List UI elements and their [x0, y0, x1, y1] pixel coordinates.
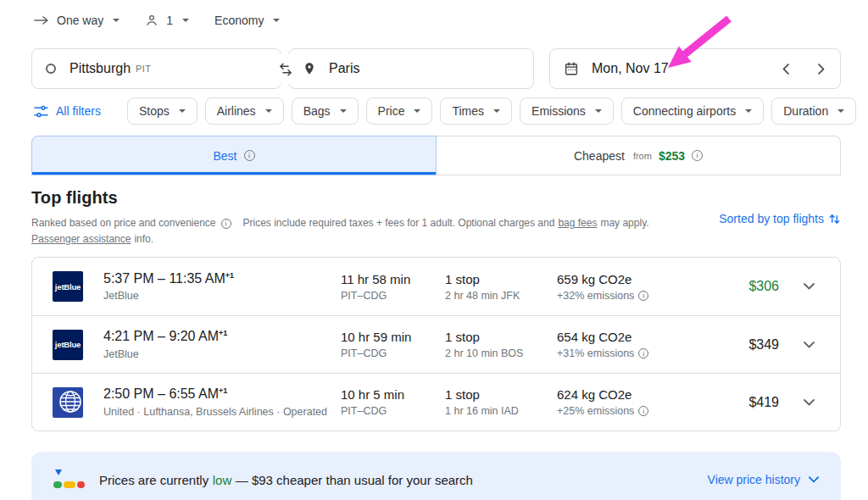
swap-button[interactable] — [270, 53, 301, 85]
flight-times: 4:21 PM – 9:20 AM+1 — [103, 329, 341, 344]
date-field[interactable]: Mon, Nov 17 — [549, 48, 841, 89]
tab-cheapest[interactable]: Cheapest from $253 — [437, 136, 841, 175]
info-icon[interactable] — [692, 150, 703, 161]
page-title: Top flights — [31, 188, 841, 208]
price-insights-banner: Prices are currently low — $93 cheaper t… — [31, 452, 841, 500]
trip-options-bar: One way 1 Economy — [34, 14, 280, 27]
origin-value: Pittsburgh — [70, 61, 131, 76]
bag-fees-link[interactable]: bag fees — [558, 215, 597, 231]
flight-emissions-change: +25% emissions — [557, 405, 735, 417]
info-icon[interactable] — [221, 219, 231, 229]
chevron-down-icon — [179, 109, 186, 113]
flight-times: 5:37 PM – 11:35 AM+1 — [103, 271, 341, 286]
filter-chip-price[interactable]: Price — [366, 97, 433, 125]
chevron-down-icon — [273, 19, 280, 22]
fees-note-end: may apply. — [600, 215, 648, 231]
jetblue-logo: jetBlue — [53, 330, 83, 360]
chip-label: Stops — [139, 104, 170, 118]
tune-icon — [34, 105, 48, 118]
sort-arrows-icon — [828, 213, 841, 225]
chevron-down-icon — [804, 399, 815, 406]
flight-price: $419 — [735, 395, 798, 410]
chip-label: Duration — [783, 104, 828, 118]
filter-chip-emissions[interactable]: Emissions — [520, 97, 614, 125]
info-icon[interactable] — [244, 150, 255, 161]
flight-price: $349 — [735, 337, 798, 353]
chevron-down-icon — [595, 109, 602, 113]
filter-chip-bags[interactable]: Bags — [292, 97, 359, 125]
origin-airport-code: PIT — [136, 64, 151, 74]
chevron-down-icon — [809, 476, 819, 483]
cheapest-from-label: from — [633, 151, 652, 161]
chevron-down-icon — [837, 109, 844, 113]
flight-row-2[interactable]: jetBlue 4:21 PM – 9:20 AM+1 JetBlue 10 h… — [32, 315, 840, 373]
chip-label: Times — [452, 104, 484, 118]
flight-price: $306 — [735, 279, 798, 294]
price-marker-icon — [55, 469, 62, 475]
chevron-down-icon — [340, 109, 347, 113]
passenger-assistance-link[interactable]: Passenger assistance — [31, 231, 131, 247]
filters-bar: All filters Stops Airlines Bags Price Ti… — [34, 97, 856, 125]
info-icon[interactable] — [638, 406, 648, 416]
info-icon[interactable] — [638, 291, 648, 301]
best-tab-label: Best — [213, 149, 236, 163]
flight-layover: 2 hr 10 min BOS — [445, 347, 557, 359]
expand-flight-button[interactable] — [798, 342, 820, 348]
flight-route: PIT–CDG — [341, 347, 445, 359]
origin-circle-icon — [46, 64, 56, 74]
passenger-count-label: 1 — [166, 14, 173, 27]
flight-duration: 10 hr 59 min — [341, 330, 445, 344]
destination-field[interactable]: Paris — [288, 48, 534, 89]
date-navigation — [781, 62, 826, 76]
chip-label: Price — [378, 104, 405, 118]
flight-times: 2:50 PM – 6:55 AM+1 — [103, 386, 341, 402]
flight-row-3[interactable]: 2:50 PM – 6:55 AM+1 United · Lufthansa, … — [32, 373, 840, 431]
all-filters-button[interactable]: All filters — [34, 104, 101, 118]
flight-route: PIT–CDG — [341, 405, 445, 417]
info-icon[interactable] — [638, 348, 648, 358]
flight-airlines: JetBlue — [103, 290, 328, 302]
chevron-down-icon — [493, 109, 500, 113]
flight-duration: 10 hr 5 min — [341, 387, 445, 402]
previous-date-button[interactable] — [781, 62, 791, 76]
trip-type-select[interactable]: One way — [34, 14, 120, 27]
cabin-class-label: Economy — [214, 14, 264, 27]
trip-type-label: One way — [57, 14, 103, 27]
flight-list: jetBlue 5:37 PM – 11:35 AM+1 JetBlue 11 … — [31, 257, 841, 431]
ranked-note: Ranked based on price and convenience — [31, 215, 216, 231]
filter-chip-airlines[interactable]: Airlines — [205, 97, 284, 125]
passengers-select[interactable]: 1 — [145, 14, 189, 27]
sort-control[interactable]: Sorted by top flights — [719, 212, 841, 225]
chevron-down-icon — [265, 109, 272, 113]
next-date-button[interactable] — [816, 62, 826, 76]
chevron-down-icon — [113, 19, 120, 22]
united-logo — [53, 387, 83, 418]
origin-field[interactable]: Pittsburgh PIT — [31, 48, 281, 89]
expand-flight-button[interactable] — [798, 399, 820, 406]
jetblue-logo-text: jetBlue — [55, 282, 81, 292]
flight-layover: 1 hr 16 min IAD — [445, 405, 557, 417]
fees-note: Prices include required taxes + fees for… — [243, 215, 555, 231]
flight-emissions-change: +31% emissions — [557, 347, 735, 359]
results-header: Top flights Ranked based on price and co… — [31, 188, 841, 247]
jetblue-logo-text: jetBlue — [55, 340, 81, 349]
calendar-icon — [564, 61, 579, 76]
flight-stops: 1 stop — [445, 272, 557, 286]
price-level-label: low — [213, 473, 232, 487]
filter-chip-times[interactable]: Times — [440, 97, 512, 125]
filter-chip-duration[interactable]: Duration — [771, 97, 856, 125]
chevron-down-icon — [414, 109, 420, 113]
cheapest-tab-label: Cheapest — [574, 149, 625, 163]
tab-best[interactable]: Best — [31, 136, 437, 175]
expand-flight-button[interactable] — [798, 283, 820, 290]
flight-stops: 1 stop — [445, 387, 557, 402]
view-price-history-button[interactable]: View price history — [708, 473, 819, 486]
sort-label: Sorted by top flights — [719, 212, 824, 225]
flight-emissions: 624 kg CO2e — [557, 387, 735, 402]
flight-row-1[interactable]: jetBlue 5:37 PM – 11:35 AM+1 JetBlue 11 … — [32, 258, 840, 315]
filter-chip-stops[interactable]: Stops — [127, 97, 198, 125]
flight-emissions: 659 kg CO2e — [557, 272, 735, 286]
cabin-class-select[interactable]: Economy — [214, 14, 280, 27]
chip-label: Bags — [303, 104, 331, 118]
filter-chip-connecting-airports[interactable]: Connecting airports — [621, 97, 764, 125]
